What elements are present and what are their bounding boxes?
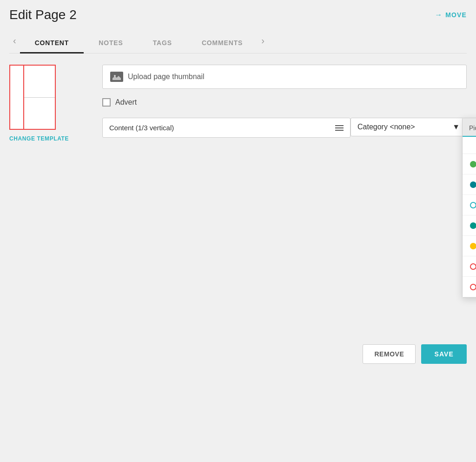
tab-tags[interactable]: TAGS	[138, 33, 187, 54]
remove-button[interactable]: REMOVE	[363, 344, 416, 364]
page-title: Edit Page 2	[9, 7, 77, 22]
template-cell-bottom	[24, 98, 55, 129]
tab-prev-button[interactable]: ‹	[9, 36, 20, 51]
dot-outline-red-icon-1	[470, 263, 476, 270]
advert-checkbox[interactable]	[102, 98, 111, 107]
template-preview	[9, 65, 56, 130]
dot-teal2-icon	[470, 222, 476, 229]
pick-item-5[interactable]: Apple iPhone Pro 14	[463, 236, 476, 256]
page-header: Edit Page 2 → MOVE	[9, 7, 467, 22]
template-left-col	[10, 66, 24, 129]
content-area: CHANGE TEMPLATE Upload page thumbnail Ad…	[9, 65, 467, 364]
dot-teal-icon	[470, 181, 476, 188]
pick-content-label: Pick content	[469, 124, 476, 132]
template-right-col	[24, 66, 55, 129]
bottom-right: Category <none> ▼ Pick content ▲	[350, 118, 467, 136]
pick-item-7[interactable]: Barclays (pg 5, 13)	[463, 277, 476, 297]
tab-comments[interactable]: COMMENTS	[187, 33, 258, 54]
category-label: Category	[357, 123, 388, 131]
tabs-row: ‹ CONTENT NOTES TAGS COMMENTS ›	[9, 33, 467, 54]
image-icon	[110, 72, 123, 82]
category-dropdown[interactable]: Category <none> ▼	[350, 118, 467, 136]
arrow-right-icon: →	[435, 11, 443, 19]
content-slot-label: Content (1/3 vertical)	[109, 124, 174, 132]
pick-content-search-input[interactable]	[469, 140, 476, 151]
move-label: MOVE	[445, 11, 467, 19]
dot-outline-teal-icon	[470, 202, 476, 208]
tab-notes[interactable]: NOTES	[84, 33, 138, 54]
pick-item-3[interactable]: Nike+ Active Trail (pg 14, 35)	[463, 195, 476, 215]
category-value: <none>	[390, 123, 415, 131]
advert-label: Advert	[115, 98, 137, 107]
right-panel: Upload page thumbnail Advert Content (1/…	[102, 65, 467, 364]
pick-content-list: Luftansa Frequent Flyer Club Junior Burg…	[463, 154, 476, 297]
pick-item-6[interactable]: Apple iPhone Pro 14 (pg IFC)	[463, 256, 476, 277]
bottom-section: Content (1/3 vertical)	[102, 118, 467, 143]
tab-content[interactable]: CONTENT	[20, 33, 84, 54]
pick-item-4[interactable]: Sinutab	[463, 215, 476, 236]
hamburger-icon[interactable]	[335, 125, 344, 131]
pick-content-dropdown: Pick content ▲ Luftansa Frequent Fl	[462, 118, 476, 298]
content-slot-dropdown[interactable]: Content (1/3 vertical)	[102, 118, 350, 138]
dot-green-icon	[470, 161, 476, 167]
change-template-button[interactable]: CHANGE TEMPLATE	[9, 135, 69, 142]
dot-outline-red-icon-2	[470, 284, 476, 290]
pick-item-2[interactable]: Junior Burger	[463, 174, 476, 195]
dot-yellow-icon	[470, 243, 476, 249]
upload-thumbnail-label: Upload page thumbnail	[128, 73, 205, 81]
upload-thumbnail-button[interactable]: Upload page thumbnail	[102, 65, 467, 89]
main-content-section: Content (1/3 vertical)	[102, 118, 467, 364]
tab-next-button[interactable]: ›	[258, 36, 268, 51]
chevron-down-icon: ▼	[452, 123, 460, 131]
pick-content-header: Pick content ▲	[463, 118, 476, 137]
save-button[interactable]: SAVE	[421, 344, 467, 364]
pick-item-1[interactable]: Luftansa Frequent Flyer Club	[463, 154, 476, 174]
page-container: Edit Page 2 → MOVE ‹ CONTENT NOTES TAGS …	[0, 0, 476, 462]
bottom-left: Content (1/3 vertical)	[102, 118, 350, 143]
action-row: REMOVE SAVE	[102, 339, 467, 364]
advert-row: Advert	[102, 98, 467, 107]
template-cell-top	[24, 66, 55, 98]
content-selector-row: Content (1/3 vertical)	[102, 118, 350, 138]
left-panel: CHANGE TEMPLATE	[9, 65, 84, 142]
move-button[interactable]: → MOVE	[435, 11, 467, 19]
